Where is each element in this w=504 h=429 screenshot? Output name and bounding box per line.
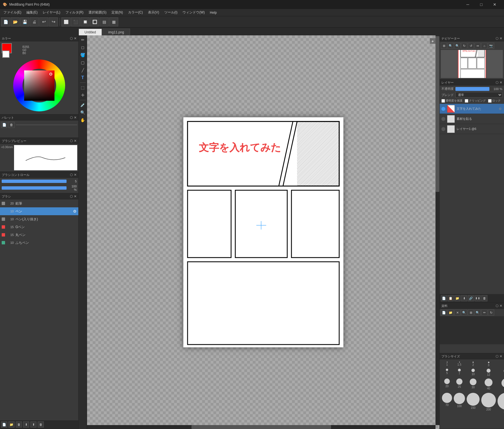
- color-square[interactable]: [24, 70, 54, 101]
- layer-copy-btn[interactable]: 📋: [448, 295, 454, 301]
- resources-detach[interactable]: ⬡: [496, 304, 498, 308]
- brush-list-export[interactable]: ⬆: [30, 421, 37, 428]
- blend-select[interactable]: 通常: [455, 92, 502, 98]
- bs-item-25[interactable]: 25: [454, 378, 465, 391]
- toolbar-btn-4[interactable]: 🔳: [90, 17, 99, 26]
- layer-item-text[interactable]: 文字を入れてみた ⚙: [440, 104, 504, 114]
- menu-filter[interactable]: フィルタ(R): [63, 10, 86, 15]
- nav-zoom-fit[interactable]: ⊞: [441, 43, 447, 49]
- color-wheel-container[interactable]: [2, 58, 77, 113]
- resources-edit[interactable]: ✏: [481, 309, 487, 316]
- navigator-close[interactable]: ✕: [500, 36, 502, 40]
- resources-zoom-fit[interactable]: ⊞: [468, 309, 474, 316]
- color-panel-detach[interactable]: ⬡: [70, 36, 73, 40]
- brush-item-pen[interactable]: 10 ペン ⚙: [0, 207, 78, 215]
- menu-color[interactable]: カラー(C): [126, 10, 145, 15]
- toolbar-btn-2[interactable]: ⬛: [71, 17, 80, 26]
- color-panel-close[interactable]: ✕: [74, 36, 77, 40]
- navigator-detach[interactable]: ⬡: [496, 36, 498, 40]
- resources-add-btn[interactable]: 📄: [441, 309, 447, 316]
- tab-img11[interactable]: img11.png: [102, 29, 130, 35]
- resources-zoom-in[interactable]: 🔍: [461, 309, 467, 316]
- lock-checkbox[interactable]: ロック: [488, 99, 501, 103]
- tool-eraser[interactable]: ◻: [79, 44, 86, 51]
- tool-eyedropper[interactable]: 💉: [79, 102, 86, 108]
- tool-bucket[interactable]: 🪣: [79, 52, 86, 58]
- brush-list-add[interactable]: 📄: [1, 421, 7, 428]
- toolbar-btn-6[interactable]: ▦: [109, 17, 118, 26]
- resources-folder-btn[interactable]: 📁: [448, 309, 454, 316]
- layer-panel-header[interactable]: レイヤー ⬡ ✕: [440, 79, 504, 86]
- bs-item-20[interactable]: 20: [442, 378, 452, 391]
- bs-item-12[interactable]: 12: [481, 369, 496, 377]
- manga-canvas[interactable]: 文字を入れてみた: [183, 117, 343, 347]
- canvas-scrollbar-h[interactable]: [87, 425, 435, 429]
- bs-item-2[interactable]: 2: [467, 362, 480, 367]
- toolbar-btn-5[interactable]: ▤: [100, 17, 109, 26]
- brush-item-pen-tapered[interactable]: 10 ペン(入り抜き): [0, 215, 78, 223]
- bs-item-3[interactable]: 3: [481, 362, 496, 367]
- menu-ruler[interactable]: 定規(N): [109, 10, 125, 15]
- tool-text[interactable]: T: [79, 74, 86, 81]
- menu-select[interactable]: 選択範囲(S): [86, 10, 109, 15]
- palette-delete-btn[interactable]: 🗑: [8, 122, 15, 128]
- palette-panel-header[interactable]: パレット ⬡ ✕: [0, 114, 78, 121]
- brush-size-header[interactable]: ブラシサイズ ⬡ ✕: [440, 353, 504, 359]
- opacity-slider[interactable]: [455, 87, 489, 91]
- nav-export[interactable]: 📷: [488, 43, 494, 49]
- brush-item-marupen[interactable]: 15 丸ペン: [0, 231, 78, 239]
- bs-item-50[interactable]: 50: [498, 378, 504, 391]
- brush-preview-close[interactable]: ✕: [74, 139, 77, 143]
- brush-control-header[interactable]: ブラシコントロール ⬡ ✕: [0, 172, 78, 178]
- transparency-protect-checkbox[interactable]: 透明度を保護: [441, 99, 462, 103]
- tool-zoom[interactable]: 🔍: [79, 109, 86, 116]
- layer-item-layer1[interactable]: レイヤー1 @6: [440, 124, 504, 134]
- nav-zoom-in[interactable]: 🔍: [448, 43, 454, 49]
- minimize-button[interactable]: ─: [461, 0, 474, 9]
- toolbar-btn-3[interactable]: 🔲: [81, 17, 90, 26]
- brush-preview-detach[interactable]: ⬡: [70, 139, 73, 143]
- maximize-button[interactable]: □: [475, 0, 488, 9]
- brush-list-folder[interactable]: 📁: [8, 421, 15, 428]
- menu-edit[interactable]: 編集(E): [24, 10, 40, 15]
- layer-item-material[interactable]: 素材を貼る: [440, 114, 504, 124]
- brush-size-close[interactable]: ✕: [500, 354, 502, 358]
- brush-list-detach[interactable]: ⬡: [70, 194, 73, 198]
- menu-tool[interactable]: ツール(I): [162, 10, 180, 15]
- bs-item-10[interactable]: 10: [467, 369, 480, 377]
- palette-add-btn[interactable]: 📄: [1, 122, 7, 128]
- tool-move[interactable]: ✛: [79, 92, 86, 98]
- resources-close[interactable]: ✕: [500, 304, 502, 308]
- menu-window[interactable]: ウィンドウ(W): [180, 10, 207, 15]
- resources-refresh[interactable]: ↻: [488, 309, 494, 316]
- resources-delete-btn[interactable]: ✕: [454, 309, 460, 316]
- layer-group-btn[interactable]: 📁: [454, 295, 460, 301]
- bs-item-300[interactable]: 300: [498, 393, 504, 413]
- bs-item-5[interactable]: 5: [442, 369, 452, 377]
- resources-header[interactable]: 資料 ⬡ ✕: [440, 303, 504, 309]
- clipping-checkbox[interactable]: クリッピング: [465, 99, 486, 103]
- brush-list-delete[interactable]: 🗑: [16, 421, 22, 428]
- canvas-area[interactable]: 文字を入れてみた ◆: [87, 35, 439, 429]
- bs-item-70[interactable]: 70: [442, 393, 452, 413]
- brush-list-import[interactable]: ⬇: [23, 421, 29, 428]
- nav-zoom-out[interactable]: 🔍: [454, 43, 460, 49]
- redo-button[interactable]: ↪: [49, 17, 58, 26]
- brush-preview-header[interactable]: ブラシプレビュー ⬡ ✕: [0, 138, 78, 144]
- tool-line[interactable]: ╱: [79, 67, 86, 74]
- export-button[interactable]: 🖨: [30, 17, 39, 26]
- tab-untitled[interactable]: Untitled: [79, 29, 102, 35]
- nav-reset[interactable]: ⌂: [481, 43, 487, 49]
- opacity-slider[interactable]: [2, 186, 67, 190]
- brush-control-close[interactable]: ✕: [74, 173, 77, 177]
- tool-select-rect[interactable]: ⬚: [79, 84, 86, 91]
- brush-item-pencil[interactable]: 20 鉛筆: [0, 199, 78, 207]
- bs-item-30[interactable]: 30: [467, 378, 480, 391]
- layer-gear-text[interactable]: ⚙: [498, 107, 502, 111]
- navigator-header[interactable]: ナビゲーター ⬡ ✕: [440, 35, 504, 42]
- menu-view[interactable]: 表示(V): [146, 10, 161, 15]
- layer-visibility-layer1[interactable]: [441, 127, 445, 131]
- bs-item-4[interactable]: 4: [498, 362, 504, 367]
- resources-zoom-out[interactable]: 🔍: [475, 309, 481, 316]
- bs-item-1[interactable]: 1: [442, 362, 452, 367]
